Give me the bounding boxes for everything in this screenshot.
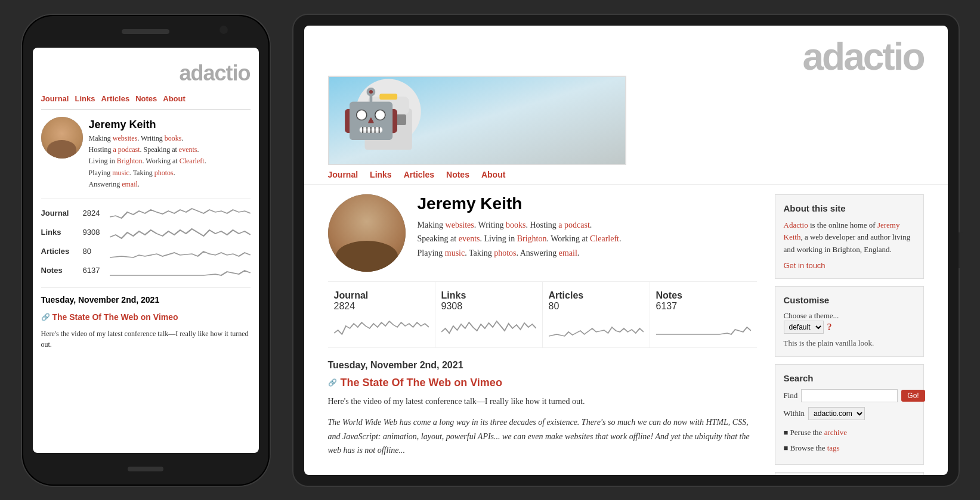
tablet-stat-journal-graph	[334, 315, 429, 339]
tablet-nav-articles[interactable]: Articles	[404, 170, 434, 179]
phone-stat-journal: Journal 2824	[41, 205, 251, 222]
tablet-bio-music[interactable]: music	[445, 249, 465, 257]
tablet-bio: Making websites. Writing books. Hosting …	[418, 218, 622, 260]
tablet-article-title: 🔗 The State Of The Web on Vimeo	[328, 377, 757, 389]
sidebar-adactio-link[interactable]: Adactio	[784, 221, 808, 229]
svg-rect-6	[379, 94, 397, 100]
tablet-stat-notes-label: Notes	[656, 290, 751, 301]
tablet-main: Jeremy Keith Making websites. Writing bo…	[304, 194, 948, 475]
tablet-stat-journal-num: 2824	[334, 301, 429, 312]
sidebar-search-within-select[interactable]: adactio.com	[808, 407, 865, 420]
tablet-profile: Jeremy Keith Making websites. Writing bo…	[328, 194, 757, 272]
tablet-avatar-face	[328, 194, 406, 272]
phone-avatar-face	[41, 117, 83, 159]
phone-article-title-link[interactable]: The State Of The Web on Vimeo	[52, 311, 178, 324]
tablet-side-button[interactable]	[959, 232, 963, 268]
phone-nav: Journal Links Articles Notes About	[41, 93, 251, 110]
sidebar-search-links: ■ Peruse the archive ■ Browse the tags	[784, 425, 915, 456]
sidebar-search-tags-row: ■ Browse the tags	[784, 440, 915, 456]
phone-stat-articles-graph	[110, 243, 251, 260]
phone-nav-links[interactable]: Links	[75, 93, 95, 105]
phone-stat-notes: Notes 6137	[41, 262, 251, 279]
phone-bio-email-link[interactable]: email	[122, 180, 138, 188]
tablet-stat-links-graph	[441, 315, 536, 339]
tablet-hero-image	[328, 76, 626, 165]
svg-rect-4	[391, 114, 406, 125]
tablet-bio-email[interactable]: email	[559, 249, 577, 257]
phone-bio: Making websites. Writing books. Hosting …	[89, 133, 206, 190]
tablet-content: adactio	[304, 26, 948, 475]
sidebar-about-title: About this site	[784, 203, 915, 213]
tablet-primary: Jeremy Keith Making websites. Writing bo…	[328, 194, 757, 475]
tablet-bio-podcast[interactable]: a podcast	[558, 221, 589, 229]
sidebar-theme-desc: This is the plain vanilla look.	[784, 338, 915, 348]
tablet-bio-clearleft[interactable]: Clearleft	[590, 234, 619, 243]
phone-nav-journal[interactable]: Journal	[41, 93, 69, 105]
sidebar-customise-panel: Customise Choose a theme... default ? Th…	[775, 286, 924, 357]
tablet-date: Tuesday, November 2nd, 2021	[328, 360, 757, 371]
tablet-nav-about[interactable]: About	[481, 170, 505, 179]
phone-bio-brighton-link[interactable]: Brighton	[117, 157, 143, 165]
tablet-stat-notes-num: 6137	[656, 301, 751, 312]
phone-nav-about[interactable]: About	[163, 93, 186, 105]
tablet-header: adactio	[304, 26, 948, 76]
phone-stat-articles-label: Articles	[41, 246, 83, 257]
phone-home-button[interactable]	[128, 467, 163, 471]
phone-bio-music-link[interactable]: music	[112, 169, 129, 177]
tablet-bio-events[interactable]: events	[459, 234, 480, 243]
phone-content: adactio Journal Links Articles Notes Abo…	[33, 48, 259, 453]
sidebar-theme-help[interactable]: ?	[827, 322, 832, 333]
svg-rect-3	[370, 114, 385, 125]
tablet-stat-notes: Notes 6137	[650, 282, 757, 347]
sidebar-search-panel: Search Find Go! Within adactio.com	[775, 364, 924, 465]
phone-stat-notes-count: 6137	[83, 265, 110, 277]
phone-date: Tuesday, November 2nd, 2021	[41, 287, 251, 306]
tablet-device: adactio	[293, 15, 959, 486]
sidebar-tags-link[interactable]: tags	[827, 443, 840, 452]
sidebar-about-text: Adactio is the online home of Jeremy Kei…	[784, 219, 915, 256]
tablet-nav-notes[interactable]: Notes	[446, 170, 469, 179]
tablet-profile-info: Jeremy Keith Making websites. Writing bo…	[418, 194, 622, 260]
tablet-bio-photos[interactable]: photos	[494, 249, 516, 257]
tablet-stat-articles: Articles 80	[543, 282, 650, 347]
sidebar-search-input[interactable]	[801, 389, 898, 402]
phone-bio-podcast-link[interactable]: a podcast	[113, 145, 140, 154]
phone-nav-articles[interactable]: Articles	[101, 93, 129, 105]
sidebar-about-panel: About this site Adactio is the online ho…	[775, 194, 924, 279]
sidebar-theme-label: Choose a theme...	[784, 311, 915, 321]
sidebar-search-row: Find Go!	[784, 389, 915, 402]
tablet-bio-websites[interactable]: websites	[446, 221, 474, 229]
tablet-nav-links[interactable]: Links	[370, 170, 392, 179]
sidebar-search-button[interactable]: Go!	[901, 390, 925, 402]
phone-bio-events-link[interactable]: events	[179, 145, 197, 154]
phone-device: adactio Journal Links Articles Notes Abo…	[22, 15, 270, 486]
phone-stat-articles: Articles 80	[41, 243, 251, 260]
tablet-stat-journal: Journal 2824	[328, 282, 435, 347]
sidebar-archive-link[interactable]: archive	[824, 428, 847, 437]
sidebar-get-in-touch-link[interactable]: Get in touch	[784, 261, 915, 270]
sidebar-subscribe-panel: Subscribe	[775, 472, 924, 475]
phone-bio-photos-link[interactable]: photos	[154, 169, 174, 177]
phone-stats: Journal 2824 Links 9308	[41, 198, 251, 279]
tablet-nav-journal[interactable]: Journal	[328, 170, 358, 179]
tablet-bio-brighton[interactable]: Brighton	[517, 234, 547, 243]
phone-nav-notes[interactable]: Notes	[135, 93, 157, 105]
tablet-link-icon: 🔗	[328, 378, 337, 387]
phone-site-logo: adactio	[41, 57, 251, 89]
tablet-stat-links-num: 9308	[441, 301, 536, 312]
sidebar-customise-title: Customise	[784, 295, 915, 305]
phone-bio-websites-link[interactable]: websites	[113, 134, 137, 142]
tablet-article-quote: The World Wide Web has come a long way i…	[328, 415, 757, 458]
phone-article-text: Here's the video of my latest conference…	[41, 328, 251, 350]
phone-bio-clearleft-link[interactable]: Clearleft	[180, 157, 205, 165]
tablet-stat-journal-label: Journal	[334, 290, 429, 301]
tablet-bio-books[interactable]: books	[506, 221, 525, 229]
scene: adactio Journal Links Articles Notes Abo…	[0, 3, 980, 498]
phone-speaker	[122, 29, 169, 34]
tablet-article-title-link[interactable]: The State Of The Web on Vimeo	[341, 377, 502, 389]
phone-stat-links-count: 9308	[83, 226, 110, 238]
phone-bio-books-link[interactable]: books	[165, 134, 182, 142]
phone-stat-journal-graph	[110, 205, 251, 222]
sidebar-theme-select[interactable]: default	[784, 321, 824, 334]
sidebar-search-archive-row: ■ Peruse the archive	[784, 425, 915, 440]
